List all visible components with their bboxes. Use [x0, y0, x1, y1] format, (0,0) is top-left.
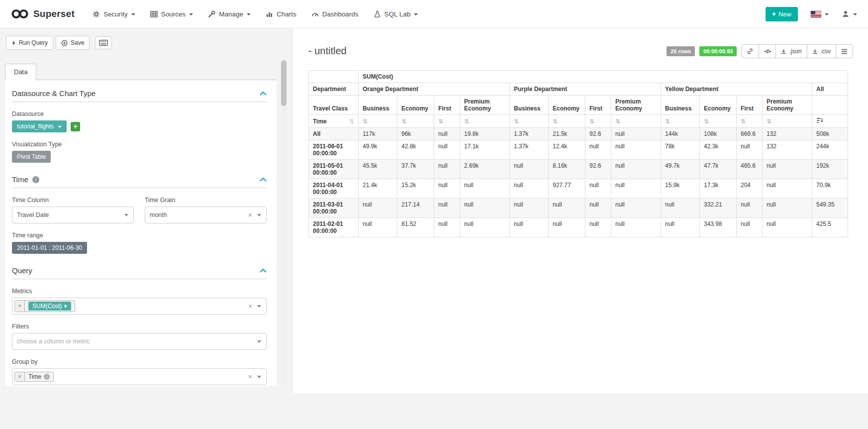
pivot-cell: 81.52: [397, 218, 434, 237]
sort-icon[interactable]: ⇅: [585, 115, 611, 128]
metric-pill[interactable]: SUM(Cost): [28, 302, 71, 311]
groupby-select[interactable]: × Time i ×: [12, 368, 267, 385]
pivot-cell: null: [359, 218, 397, 237]
tab-data[interactable]: Data: [5, 64, 36, 80]
pivot-row-time: 2011-05-01 00:00:00: [309, 160, 359, 179]
datasource-label: Datasource: [12, 110, 267, 117]
run-query-button[interactable]: Run Query: [6, 36, 53, 50]
export-csv-button[interactable]: .csv: [807, 44, 836, 58]
pivot-cell: 12.4k: [549, 140, 585, 160]
pivot-cell: 8.16k: [549, 160, 585, 179]
pivot-cell: null: [549, 199, 585, 218]
pivot-group-header: Orange Department: [359, 83, 510, 96]
time-range-button[interactable]: 2011-01-01 : 2011-06-30: [12, 242, 87, 254]
pivot-subcolumn-header: Economy: [397, 96, 434, 115]
sort-icon[interactable]: ⇅: [397, 115, 434, 128]
export-json-button[interactable]: .json: [775, 44, 807, 58]
link-icon: [747, 48, 754, 55]
row-count-badge: 26 rows: [667, 46, 695, 56]
chevron-down-icon: [124, 214, 128, 216]
chevron-up-icon[interactable]: [260, 92, 267, 96]
new-button[interactable]: + New: [766, 7, 798, 21]
sort-icon[interactable]: ⇅: [737, 115, 763, 128]
chevron-up-icon[interactable]: [260, 178, 267, 182]
nav-security[interactable]: Security: [93, 10, 135, 18]
nav-menu: Security Sources Manage Charts Dashboard…: [93, 10, 418, 18]
section-datasource-header[interactable]: Datasource & Chart Type: [12, 89, 267, 102]
explore-control-panel: Run Query Save Data Datasource & Chart T…: [0, 28, 293, 429]
nav-sources[interactable]: Sources: [150, 10, 193, 18]
plus-circle-icon: [61, 40, 68, 46]
pivot-cell: 49.9k: [359, 140, 397, 160]
groupby-label: Group by: [12, 358, 267, 365]
pivot-cell: 1.37k: [510, 140, 549, 160]
scrollbar-thumb[interactable]: [281, 60, 287, 106]
sort-icon[interactable]: ⇅: [549, 115, 585, 128]
datasource-select[interactable]: tutorial_flights: [12, 120, 67, 132]
time-column-value: Travel Date: [17, 212, 49, 218]
pivot-cell: null: [763, 179, 812, 199]
viz-type-select[interactable]: Pivot Table: [12, 151, 51, 163]
time-column-select[interactable]: Travel Date: [12, 207, 134, 223]
pivot-cell: null: [763, 218, 812, 237]
clear-icon[interactable]: ×: [248, 373, 252, 381]
pivot-cell: null: [460, 199, 510, 218]
pivot-travel-class-label: Travel Class: [309, 96, 359, 115]
chevron-up-icon[interactable]: [260, 269, 267, 273]
sort-icon[interactable]: ⇅: [434, 115, 460, 128]
query-section-title: Query: [12, 266, 32, 275]
pivot-cell: 42.3k: [700, 140, 737, 160]
sort-icon[interactable]: ⇅: [611, 115, 661, 128]
language-selector[interactable]: [811, 11, 829, 17]
share-link-button[interactable]: [741, 44, 759, 58]
pivot-cell: 21.4k: [359, 179, 397, 199]
pivot-cell: 15.9k: [661, 179, 700, 199]
caret-right-icon: [65, 304, 67, 308]
pivot-cell: 2.69k: [460, 160, 510, 179]
sort-icon[interactable]: ⇅: [510, 115, 549, 128]
chart-menu-button[interactable]: [836, 44, 853, 58]
chevron-down-icon: [189, 13, 193, 15]
navbar-right: + New: [766, 7, 857, 21]
filters-select[interactable]: choose a column or metric: [12, 333, 267, 350]
nav-sql-lab[interactable]: SQL Lab: [374, 10, 418, 18]
sort-icon[interactable]: ⇅: [349, 118, 354, 125]
pivot-row: 2011-04-01 00:00:0021.4k15.2knullnullnul…: [309, 179, 848, 199]
pivot-cell: null: [737, 218, 763, 237]
sort-icon[interactable]: ⇅: [661, 115, 700, 128]
save-label: Save: [71, 39, 84, 46]
flask-icon: [374, 10, 381, 18]
add-datasource-button[interactable]: +: [71, 122, 80, 131]
pivot-cell: 17.3k: [700, 179, 737, 199]
clear-icon[interactable]: ×: [248, 302, 252, 310]
groupby-token: × Time i: [14, 372, 54, 382]
pivot-cell: null: [585, 218, 611, 237]
nav-label: SQL Lab: [385, 10, 411, 18]
plus-icon: +: [772, 11, 776, 16]
section-query-header[interactable]: Query: [12, 266, 267, 279]
pivot-time-header[interactable]: Time ⇅: [309, 115, 359, 128]
superset-brand[interactable]: Superset: [11, 8, 75, 19]
metrics-select[interactable]: × SUM(Cost) ×: [12, 298, 267, 315]
sort-icon[interactable]: ⇅: [700, 115, 737, 128]
keyboard-shortcuts-button[interactable]: [95, 36, 112, 49]
nav-dashboards[interactable]: Dashboards: [311, 10, 359, 18]
save-button[interactable]: Save: [56, 36, 90, 50]
sort-amount-icon[interactable]: [812, 115, 848, 128]
sort-icon[interactable]: ⇅: [359, 115, 397, 128]
sort-icon[interactable]: ⇅: [763, 115, 812, 128]
nav-charts[interactable]: Charts: [266, 10, 296, 18]
time-grain-select[interactable]: month ×: [145, 207, 267, 223]
remove-token-icon[interactable]: ×: [15, 372, 25, 381]
panel-body: Datasource & Chart Type Datasource tutor…: [5, 80, 277, 386]
remove-metric-icon[interactable]: ×: [15, 301, 25, 312]
user-menu[interactable]: [842, 10, 857, 18]
sort-icon[interactable]: ⇅: [460, 115, 510, 128]
view-query-button[interactable]: </>: [759, 44, 776, 58]
pivot-cell: null: [737, 140, 763, 160]
pivot-table: SUM(Cost) Department Orange Department P…: [308, 70, 848, 237]
section-time-header[interactable]: Time i: [12, 175, 267, 188]
nav-manage[interactable]: Manage: [208, 10, 251, 18]
panel-scrollbar[interactable]: [281, 60, 287, 386]
clear-icon[interactable]: ×: [248, 211, 252, 219]
